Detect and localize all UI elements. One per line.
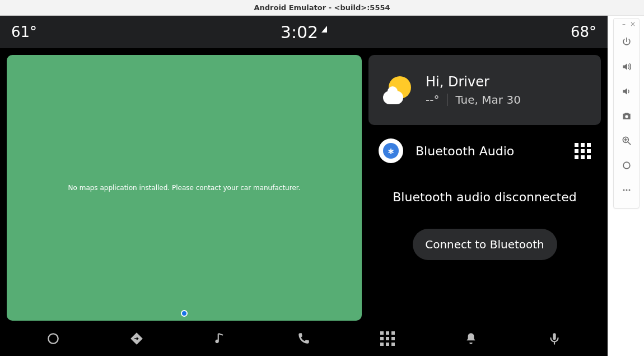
emulator-window: Android Emulator - <build>:5554 61° 3:02…: [0, 0, 644, 356]
bluetooth-icon: ∗: [379, 138, 403, 163]
camera-icon[interactable]: [613, 104, 640, 128]
greeting-text: Hi, Driver --° Tue, Mar 30: [426, 74, 521, 107]
window-titlebar: Android Emulator - <build>:5554: [0, 0, 644, 16]
bottom-nav: [0, 321, 608, 356]
bluetooth-glyph: ∗: [383, 143, 399, 159]
clock-time: 3:02: [281, 22, 318, 42]
home-icon[interactable]: [613, 153, 640, 178]
signal-icon: [321, 26, 327, 33]
weather-icon: [383, 76, 411, 104]
home-nav-icon[interactable]: [42, 327, 64, 350]
car-home-body: No maps application installed. Please co…: [0, 48, 608, 321]
zoom-in-icon[interactable]: [613, 128, 640, 153]
close-window-icon[interactable]: ×: [630, 21, 636, 27]
greeting-temp: --°: [426, 93, 439, 107]
window-content: 61° 3:02 68° No maps application install…: [0, 16, 644, 356]
svg-point-6: [626, 189, 627, 191]
bluetooth-header: ∗ Bluetooth Audio: [375, 135, 594, 173]
right-climate-temp[interactable]: 68°: [571, 24, 596, 40]
car-status-bar: 61° 3:02 68°: [0, 16, 608, 48]
bluetooth-title: Bluetooth Audio: [416, 144, 562, 158]
svg-point-2: [625, 115, 628, 118]
window-controls: – ×: [614, 19, 639, 30]
emulator-toolbar: – ×: [613, 18, 640, 209]
notifications-nav-icon[interactable]: [460, 327, 482, 350]
device-screen: 61° 3:02 68° No maps application install…: [0, 16, 608, 356]
svg-point-4: [623, 162, 630, 169]
divider: [447, 94, 447, 106]
phone-nav-icon[interactable]: [292, 327, 315, 350]
maps-placeholder-text: No maps application installed. Please co…: [68, 184, 301, 192]
greeting-card[interactable]: Hi, Driver --° Tue, Mar 30: [368, 55, 601, 125]
power-icon[interactable]: [613, 30, 640, 54]
greeting-date: Tue, Mar 30: [455, 93, 520, 107]
svg-point-5: [623, 189, 624, 191]
clock: 3:02: [281, 22, 327, 42]
bluetooth-card: ∗ Bluetooth Audio Bluetooth audio discon…: [368, 131, 601, 321]
greeting-hi: Hi, Driver: [426, 74, 521, 90]
svg-rect-1: [553, 333, 556, 340]
svg-point-0: [48, 334, 58, 343]
connect-bluetooth-button[interactable]: Connect to Bluetooth: [413, 229, 557, 260]
apps-nav-icon[interactable]: [376, 327, 399, 350]
more-icon[interactable]: [613, 178, 640, 202]
volume-up-icon[interactable]: [613, 54, 640, 79]
volume-down-icon[interactable]: [613, 79, 640, 104]
app-grid-icon[interactable]: [575, 143, 591, 159]
left-climate-temp[interactable]: 61°: [11, 24, 37, 40]
window-title: Android Emulator - <build>:5554: [254, 3, 390, 12]
svg-point-7: [628, 189, 630, 191]
directions-nav-icon[interactable]: [125, 327, 148, 350]
maps-card[interactable]: No maps application installed. Please co…: [7, 55, 362, 321]
side-column: Hi, Driver --° Tue, Mar 30 ∗: [368, 55, 601, 321]
minimize-window-icon[interactable]: –: [622, 21, 626, 27]
bluetooth-status-text: Bluetooth audio disconnected: [375, 190, 594, 204]
voice-nav-icon[interactable]: [543, 327, 566, 350]
music-nav-icon[interactable]: [209, 327, 231, 350]
